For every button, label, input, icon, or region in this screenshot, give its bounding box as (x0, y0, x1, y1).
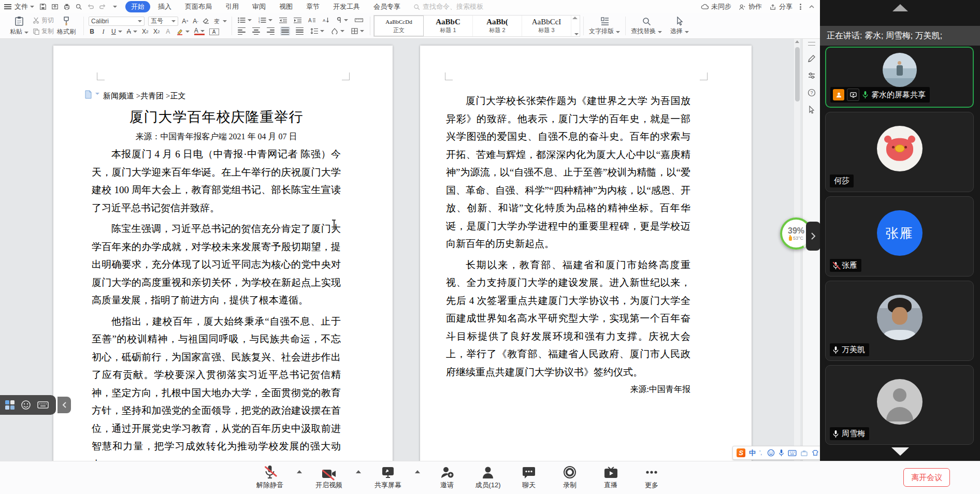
bold-button[interactable]: B (89, 28, 95, 35)
shrink-font-button[interactable]: A- (192, 18, 199, 25)
share-screen-button[interactable]: 共享屏幕 (374, 465, 402, 490)
align-center-button[interactable] (251, 26, 261, 36)
decrease-indent-button[interactable] (278, 16, 288, 24)
ime-emoji-icon[interactable] (767, 449, 775, 457)
sidebar-collapse-handle[interactable] (806, 222, 820, 251)
start-video-button[interactable]: 开启视频 (315, 465, 343, 490)
select-button[interactable]: 选择 (666, 15, 693, 37)
paste-caret-icon[interactable] (24, 32, 28, 34)
char-shading-button[interactable]: A (165, 28, 171, 35)
command-search[interactable]: 查找命令、搜索模板 (413, 2, 483, 11)
participant-tile[interactable]: 张雁 张雁 (825, 196, 974, 277)
sort-button[interactable]: A (322, 16, 330, 24)
align-justify-button[interactable] (280, 26, 290, 36)
align-left-button[interactable] (237, 26, 247, 36)
members-button[interactable]: 成员(12) (474, 465, 502, 490)
subscript-button[interactable]: X2 (153, 28, 160, 35)
ime-keyboard-icon[interactable] (788, 450, 797, 456)
clear-format-button[interactable] (203, 18, 210, 24)
paste-button[interactable]: 粘贴 (7, 16, 32, 36)
font-name-select[interactable]: Calibri (89, 17, 145, 26)
style-heading3[interactable]: AaBbCcI 标题 3 (522, 16, 571, 36)
italic-button[interactable]: I (100, 28, 107, 36)
participant-tile-screen-share[interactable]: 雾水的屏幕共享 (825, 47, 974, 108)
style-normal[interactable]: AaBbCcDd 正文 (374, 16, 424, 36)
document-scrollbar[interactable] (794, 39, 800, 461)
keyboard-icon[interactable] (37, 401, 49, 409)
style-heading1[interactable]: AaBbC 标题 1 (424, 16, 473, 36)
bullets-button[interactable] (237, 16, 253, 24)
help-icon[interactable]: ? (808, 89, 816, 97)
increase-indent-button[interactable] (293, 16, 302, 24)
redo-icon[interactable] (99, 3, 106, 10)
tab-member[interactable]: 会员专享 (368, 1, 406, 12)
rail-handle-icon[interactable] (808, 42, 815, 46)
document-page-1[interactable]: 新闻频道 >共青团 >正文 厦门大学百年校庆隆重举行 来源：中国青年报客户端 2… (53, 46, 393, 461)
cut-button[interactable]: 剪切 (33, 16, 54, 25)
ime-voice-icon[interactable] (779, 449, 784, 457)
distribute-button[interactable] (295, 26, 305, 36)
comment-marker-icon[interactable] (84, 90, 99, 99)
apps-grid-icon[interactable] (5, 400, 15, 410)
video-options-caret[interactable] (356, 470, 361, 473)
file-menu-caret-icon[interactable] (30, 6, 34, 8)
tab-page-layout[interactable]: 页面布局 (179, 1, 218, 12)
tab-home[interactable]: 开始 (125, 1, 150, 12)
mic-options-caret[interactable] (297, 470, 302, 473)
sync-status[interactable]: 未同步 (701, 2, 731, 11)
pointer-icon[interactable] (808, 106, 815, 114)
scrollbar-thumb[interactable] (795, 47, 800, 101)
preview-icon[interactable] (75, 3, 82, 10)
invite-button[interactable]: 邀请 (433, 465, 461, 490)
styles-scroll[interactable] (571, 16, 580, 36)
participants-scroll-down-icon[interactable] (891, 447, 909, 456)
quick-access-caret-icon[interactable] (113, 6, 117, 8)
hamburger-menu-icon[interactable] (4, 4, 11, 9)
participant-tile[interactable]: 万美凯 (825, 281, 974, 361)
collaborate-button[interactable]: 协作 (739, 2, 762, 11)
print-icon[interactable] (63, 3, 70, 10)
shading-button[interactable] (330, 27, 345, 35)
share-options-caret[interactable] (415, 470, 420, 473)
tab-references[interactable]: 引用 (220, 1, 244, 12)
sogou-logo-icon[interactable]: S (737, 448, 745, 457)
borders-button[interactable] (350, 27, 365, 35)
ime-punctuation-icon[interactable]: ’, (759, 451, 763, 456)
participants-scroll-up-icon[interactable] (892, 4, 908, 11)
tab-developer[interactable]: 开发工具 (327, 1, 366, 12)
highlight-button[interactable] (176, 28, 190, 35)
show-marks-button[interactable] (335, 16, 349, 24)
find-replace-button[interactable]: 查找替换 (627, 15, 666, 37)
line-spacing-button[interactable] (309, 27, 325, 35)
more-options-icon[interactable] (800, 3, 801, 11)
font-size-select[interactable]: 五号 (148, 17, 178, 26)
format-painter-button[interactable]: 格式刷 (54, 16, 79, 36)
unmute-button[interactable]: 解除静音 (256, 465, 284, 490)
quickbar-collapse-button[interactable] (57, 397, 71, 413)
tab-insert[interactable]: 插入 (152, 1, 177, 12)
tab-review[interactable]: 审阅 (247, 1, 271, 12)
align-right-button[interactable] (266, 26, 276, 36)
style-heading2[interactable]: AaBb( 标题 2 (473, 16, 522, 36)
more-button[interactable]: 更多 (638, 465, 666, 490)
save-icon[interactable] (39, 3, 47, 10)
document-page-2[interactable]: 厦门大学校长张荣作题为《建世界之大学 为吾国放异彩》的致辞。他表示，厦门大学的百… (420, 46, 752, 461)
tab-view[interactable]: 视图 (273, 1, 298, 12)
chat-button[interactable]: 聊天 (515, 465, 543, 490)
edit-pen-icon[interactable] (808, 54, 816, 63)
asian-layout-button[interactable]: A (307, 16, 317, 24)
superscript-button[interactable]: X2 (142, 28, 149, 35)
text-layout-button[interactable]: 文字排版 (585, 15, 624, 37)
ime-toolbox-icon[interactable] (800, 449, 808, 456)
leave-meeting-button[interactable]: 离开会议 (903, 468, 950, 487)
scroll-up-arrow-icon[interactable] (795, 40, 799, 43)
document-area[interactable]: 新闻频道 >共青团 >正文 厦门大学百年校庆隆重举行 来源：中国青年报客户端 2… (0, 39, 820, 461)
numbering-button[interactable]: 123 (257, 16, 273, 24)
undo-icon[interactable] (87, 3, 94, 10)
grow-font-button[interactable]: A+ (182, 18, 189, 25)
adjust-sliders-icon[interactable] (808, 71, 816, 80)
copy-button[interactable]: 复制 (33, 27, 54, 36)
share-button[interactable]: 分享 (769, 2, 792, 11)
ime-skin-icon[interactable] (812, 449, 819, 456)
font-color-button[interactable]: A (194, 28, 205, 35)
